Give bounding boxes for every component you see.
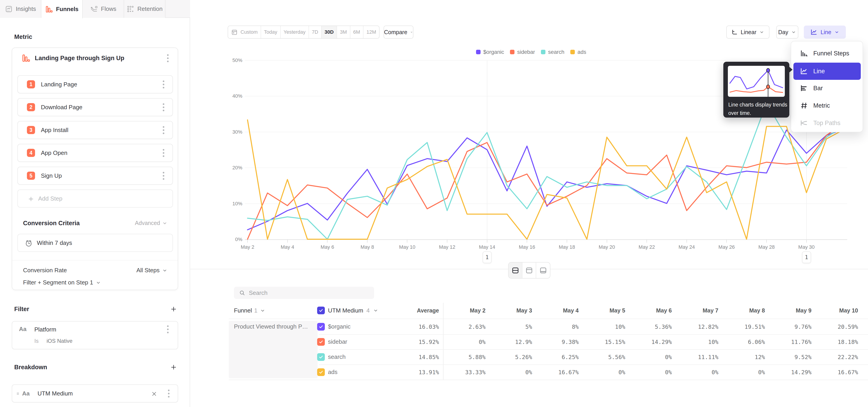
breakdown-card[interactable]: Aa UTM Medium: [12, 384, 178, 403]
date-column-header[interactable]: May 6: [631, 307, 672, 314]
table-border: [319, 334, 868, 335]
row-value: 33.33%: [445, 369, 486, 375]
menu-item-bar[interactable]: Bar: [794, 80, 861, 96]
menu-item-metric[interactable]: Metric: [794, 98, 861, 114]
select-all-checkbox[interactable]: [317, 307, 325, 314]
row-value: 6.25%: [538, 354, 579, 360]
annotation-badge[interactable]: 1: [802, 251, 811, 263]
step-kebab-icon[interactable]: [159, 80, 167, 89]
legend-item-ads[interactable]: ads: [570, 49, 586, 55]
range-yesterday[interactable]: Yesterday: [281, 26, 309, 38]
menu-item-line[interactable]: Line: [794, 63, 861, 80]
close-icon[interactable]: [151, 391, 157, 397]
chevron-down-icon: [260, 308, 266, 313]
metric-title: Landing Page through Sign Up: [35, 55, 124, 62]
average-column-header[interactable]: Average: [371, 307, 439, 314]
table-row-organic[interactable]: $organic: [317, 323, 350, 331]
table-row-search[interactable]: search: [317, 353, 346, 361]
tab-retention[interactable]: Retention: [124, 0, 165, 18]
tab-insights[interactable]: Insights: [0, 0, 41, 18]
table-row-ads[interactable]: ads: [317, 368, 338, 376]
breakdown-kebab-icon[interactable]: [164, 388, 173, 398]
date-column-header[interactable]: May 2: [445, 307, 486, 314]
step-kebab-icon[interactable]: [159, 171, 167, 181]
tab-funnels[interactable]: Funnels: [41, 0, 83, 18]
chart-type-dropdown[interactable]: Line: [804, 26, 846, 39]
metric-kebab-icon[interactable]: [164, 53, 172, 63]
funnel-step-4[interactable]: 4 App Open: [18, 144, 173, 162]
date-column-header[interactable]: May 4: [538, 307, 579, 314]
conversion-window[interactable]: Within 7 days: [18, 234, 173, 252]
funnel-column-header[interactable]: Funnel 1: [234, 307, 266, 314]
line-chart-icon: [810, 28, 818, 36]
filter-card[interactable]: Aa Platform Is iOS Native: [12, 321, 178, 349]
scale-dropdown[interactable]: Linear: [726, 26, 770, 39]
step-number-badge: 4: [27, 149, 35, 157]
breakdown-column-header[interactable]: UTM Medium 4: [317, 307, 379, 314]
date-column-header[interactable]: May 5: [585, 307, 625, 314]
metric-title-row[interactable]: Landing Page through Sign Up: [12, 48, 178, 68]
filter-segment-dropdown[interactable]: Filter + Segment on Step 1: [23, 279, 101, 286]
range-30d[interactable]: 30D: [322, 26, 337, 38]
row-checkbox[interactable]: [317, 368, 325, 376]
step-kebab-icon[interactable]: [159, 148, 167, 158]
advanced-dropdown[interactable]: Advanced: [135, 220, 168, 226]
funnel-cell[interactable]: Product Viewed through P…: [229, 321, 318, 378]
axis-tick: [247, 240, 248, 243]
view-table-button[interactable]: [536, 262, 550, 278]
interval-dropdown[interactable]: Day: [776, 26, 798, 39]
conversion-window-label: Within 7 days: [37, 240, 72, 247]
funnel-step-2[interactable]: 2 Download Page: [18, 98, 173, 116]
axis-tick: [686, 240, 687, 243]
range-today[interactable]: Today: [261, 26, 281, 38]
table-row-sidebar[interactable]: sidebar: [317, 338, 347, 346]
search-icon: [239, 290, 245, 296]
annotation-badge[interactable]: 1: [483, 251, 492, 263]
legend-swatch: [510, 50, 515, 54]
x-axis-label: May 18: [553, 244, 581, 250]
x-axis-label: May 26: [713, 244, 740, 250]
filter-operator[interactable]: Is: [34, 338, 39, 344]
legend-item-search[interactable]: search: [541, 49, 564, 55]
drag-handle-icon[interactable]: [16, 391, 20, 396]
range-6m[interactable]: 6M: [350, 26, 364, 38]
date-column-header[interactable]: May 8: [724, 307, 765, 314]
filter-kebab-icon[interactable]: [164, 324, 172, 334]
row-value: 10%: [585, 323, 625, 330]
row-checkbox[interactable]: [317, 338, 325, 346]
funnel-step-3[interactable]: 3 App Install: [18, 121, 173, 139]
row-value: 5.36%: [631, 323, 672, 330]
date-column-header[interactable]: May 9: [771, 307, 811, 314]
range-7d[interactable]: 7D: [309, 26, 322, 38]
funnel-step-1[interactable]: 1 Landing Page: [18, 75, 173, 93]
breakdown-heading: Breakdown: [14, 364, 47, 371]
date-column-header[interactable]: May 10: [817, 307, 858, 314]
tab-flows[interactable]: Flows: [83, 0, 124, 18]
range-custom[interactable]: Custom: [228, 26, 261, 38]
range-12m[interactable]: 12M: [364, 26, 379, 38]
chevron-down-icon: [162, 220, 168, 226]
compare-button[interactable]: Compare: [383, 26, 413, 39]
row-value: 0%: [678, 369, 718, 375]
menu-item-top-paths[interactable]: Top Paths: [794, 115, 861, 131]
conversion-rate-dropdown[interactable]: All Steps: [136, 267, 168, 274]
range-3m[interactable]: 3M: [337, 26, 350, 38]
row-checkbox[interactable]: [317, 353, 325, 361]
step-kebab-icon[interactable]: [159, 102, 167, 112]
row-checkbox[interactable]: [317, 323, 325, 331]
add-step-button[interactable]: Add Step: [18, 189, 173, 208]
funnel-step-5[interactable]: 5 Sign Up: [18, 167, 173, 185]
step-kebab-icon[interactable]: [159, 125, 167, 135]
view-chart-button[interactable]: [522, 262, 536, 278]
add-filter-button[interactable]: [170, 306, 177, 312]
x-axis-label: May 30: [793, 244, 820, 250]
menu-item-funnel-steps[interactable]: Funnel Steps: [794, 45, 861, 61]
legend-item-sidebar[interactable]: sidebar: [510, 49, 535, 55]
date-column-header[interactable]: May 3: [491, 307, 532, 314]
filter-value[interactable]: iOS Native: [46, 338, 72, 344]
add-breakdown-button[interactable]: [170, 364, 177, 371]
search-input[interactable]: Search: [234, 287, 374, 299]
legend-item-organic[interactable]: $organic: [476, 49, 504, 55]
view-split-button[interactable]: [508, 262, 522, 278]
date-column-header[interactable]: May 7: [678, 307, 718, 314]
